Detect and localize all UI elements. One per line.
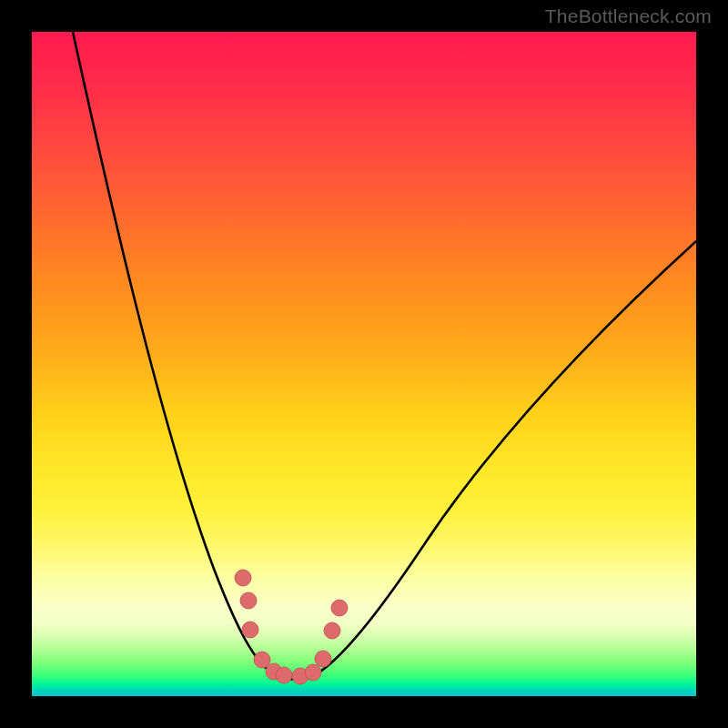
data-marker [324, 622, 340, 639]
data-marker [235, 570, 251, 586]
chart-container: TheBottleneck.com [0, 0, 728, 728]
watermark-text: TheBottleneck.com [545, 5, 712, 27]
plot-area [32, 32, 696, 696]
curve-svg [32, 32, 696, 696]
data-marker [331, 600, 348, 616]
data-marker [276, 667, 292, 683]
bottleneck-curve [73, 32, 696, 679]
data-marker [315, 651, 331, 667]
data-marker [240, 592, 257, 609]
marker-group [235, 570, 348, 684]
data-marker [305, 664, 321, 681]
data-marker [242, 622, 258, 638]
